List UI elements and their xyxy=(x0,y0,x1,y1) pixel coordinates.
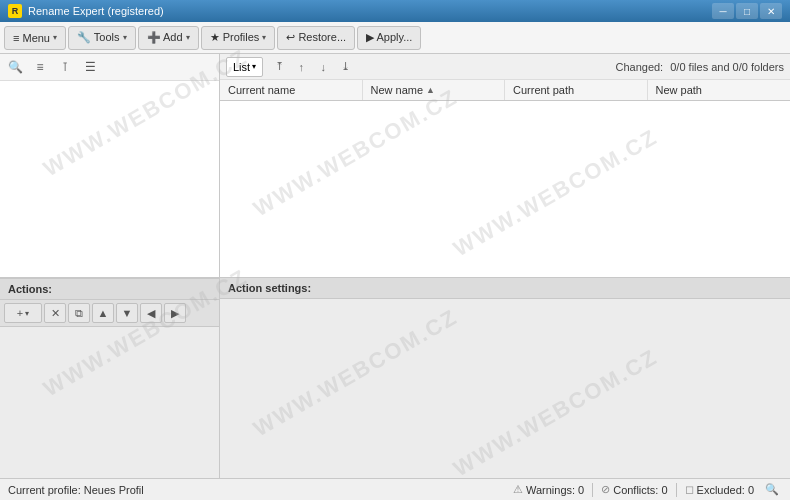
title-bar-controls: ─ □ ✕ xyxy=(712,3,782,19)
actions-up-button[interactable]: ▲ xyxy=(92,303,114,323)
search-button-status[interactable]: 🔍 xyxy=(762,481,782,499)
status-sep-2 xyxy=(676,483,677,497)
right-panel: List ▾ ⤒ ↑ ↓ ⤓ xyxy=(220,54,790,478)
action-settings-header: Action settings: xyxy=(220,278,790,299)
list-view-label: List xyxy=(233,61,250,73)
table-header: Current name New name ▲ Current path New… xyxy=(220,80,790,101)
actions-right-button[interactable]: ▶ xyxy=(164,303,186,323)
restore-label: ↩ Restore... xyxy=(286,31,346,44)
actions-add-button[interactable]: + ▾ xyxy=(4,303,42,323)
app-icon: R xyxy=(8,4,22,18)
actions-toolbar: + ▾ ✕ ⧉ ▲ ▼ ◀ ▶ xyxy=(0,300,219,327)
right-icon: ▶ xyxy=(171,307,179,320)
nav-down-button[interactable]: ↓ xyxy=(313,57,333,77)
profiles-button[interactable]: ★ Profiles ▾ xyxy=(201,26,276,50)
actions-down-button[interactable]: ▼ xyxy=(116,303,138,323)
sort-icon-new-name: ▲ xyxy=(426,85,435,95)
excluded-status: ◻ Excluded: 0 xyxy=(685,483,754,496)
main-toolbar: ≡ Menu ▾ 🔧 Tools ▾ ➕ Add ▾ ★ Profiles ▾ … xyxy=(0,22,790,54)
th-current-path[interactable]: Current path xyxy=(505,80,648,100)
delete-icon: ✕ xyxy=(51,307,60,320)
menu-button[interactable]: ≡ Menu ▾ xyxy=(4,26,66,50)
status-sep-1 xyxy=(592,483,593,497)
th-current-name[interactable]: Current name xyxy=(220,80,363,100)
nav-down-icon: ↓ xyxy=(320,61,326,73)
apply-label: ▶ Apply... xyxy=(366,31,412,44)
actions-copy-button[interactable]: ⧉ xyxy=(68,303,90,323)
title-bar: R Rename Expert (registered) ─ □ ✕ xyxy=(0,0,790,22)
action-settings-content xyxy=(220,299,790,478)
th-new-name[interactable]: New name ▲ xyxy=(363,80,506,100)
current-profile-label: Current profile: Neues Profil xyxy=(8,484,513,496)
menu-arrow: ▾ xyxy=(53,33,57,42)
restore-button[interactable]: ↩ Restore... xyxy=(277,26,355,50)
title-bar-left: R Rename Expert (registered) xyxy=(8,4,164,18)
th-new-path[interactable]: New path xyxy=(648,80,791,100)
conflicts-icon: ⊘ xyxy=(601,483,610,496)
file-nav-buttons: ⤒ ↑ ↓ ⤓ xyxy=(269,57,355,77)
nav-up-top-button[interactable]: ⤒ xyxy=(269,57,289,77)
profiles-label: ★ Profiles xyxy=(210,31,260,44)
menu-icon-left: ☰ xyxy=(85,60,96,74)
search-icon: 🔍 xyxy=(8,60,23,74)
left-file-tree xyxy=(0,81,219,278)
file-view-bar: List ▾ ⤒ ↑ ↓ ⤓ xyxy=(220,54,790,80)
actions-panel: Actions: + ▾ ✕ ⧉ ▲ ▼ xyxy=(0,278,219,478)
down-icon: ▼ xyxy=(122,307,133,319)
actions-delete-button[interactable]: ✕ xyxy=(44,303,66,323)
list-view-button[interactable]: ≡ xyxy=(29,57,51,77)
main-area: 🔍 ≡ ⊺ ☰ Actions: + ▾ xyxy=(0,54,790,478)
status-right: ⚠ Warnings: 0 ⊘ Conflicts: 0 ◻ Excluded:… xyxy=(513,481,782,499)
nav-down-bottom-button[interactable]: ⤓ xyxy=(335,57,355,77)
actions-add-arrow: ▾ xyxy=(25,309,29,318)
list-view-toggle[interactable]: List ▾ xyxy=(226,57,263,77)
action-settings-panel: Action settings: xyxy=(220,278,790,478)
menu-button-left[interactable]: ☰ xyxy=(79,57,101,77)
nav-down-bottom-icon: ⤓ xyxy=(341,60,350,73)
tools-button[interactable]: 🔧 Tools ▾ xyxy=(68,26,136,50)
filter-button[interactable]: ⊺ xyxy=(54,57,76,77)
list-view-arrow: ▾ xyxy=(252,62,256,71)
apply-button[interactable]: ▶ Apply... xyxy=(357,26,421,50)
filter-icon: ⊺ xyxy=(62,60,68,74)
changed-status: Changed: 0/0 files and 0/0 folders xyxy=(615,61,784,73)
actions-content xyxy=(0,327,219,478)
tools-arrow: ▾ xyxy=(123,33,127,42)
maximize-button[interactable]: □ xyxy=(736,3,758,19)
menu-label: ≡ Menu xyxy=(13,32,50,44)
up-icon: ▲ xyxy=(98,307,109,319)
nav-up-top-icon: ⤒ xyxy=(275,60,284,73)
file-list-area: List ▾ ⤒ ↑ ↓ ⤓ xyxy=(220,54,790,278)
excluded-icon: ◻ xyxy=(685,483,694,496)
left-panel: 🔍 ≡ ⊺ ☰ Actions: + ▾ xyxy=(0,54,220,478)
nav-up-button[interactable]: ↑ xyxy=(291,57,311,77)
left-icon: ◀ xyxy=(147,307,155,320)
actions-left-button[interactable]: ◀ xyxy=(140,303,162,323)
close-button[interactable]: ✕ xyxy=(760,3,782,19)
left-toolbar: 🔍 ≡ ⊺ ☰ xyxy=(0,54,219,81)
search-button-left[interactable]: 🔍 xyxy=(4,57,26,77)
add-arrow: ▾ xyxy=(186,33,190,42)
table-body xyxy=(220,101,790,277)
copy-icon: ⧉ xyxy=(75,307,83,320)
profiles-arrow: ▾ xyxy=(262,33,266,42)
status-bar: Current profile: Neues Profil ⚠ Warnings… xyxy=(0,478,790,500)
add-button[interactable]: ➕ Add ▾ xyxy=(138,26,199,50)
minimize-button[interactable]: ─ xyxy=(712,3,734,19)
nav-up-icon: ↑ xyxy=(298,61,304,73)
conflicts-status: ⊘ Conflicts: 0 xyxy=(601,483,667,496)
title-bar-text: Rename Expert (registered) xyxy=(28,5,164,17)
actions-add-plus: + xyxy=(17,307,23,319)
tools-label: 🔧 Tools xyxy=(77,31,120,44)
warnings-status: ⚠ Warnings: 0 xyxy=(513,483,584,496)
list-view-icon: ≡ xyxy=(36,60,43,74)
warning-icon: ⚠ xyxy=(513,483,523,496)
actions-header: Actions: xyxy=(0,279,219,300)
add-label: ➕ Add xyxy=(147,31,183,44)
